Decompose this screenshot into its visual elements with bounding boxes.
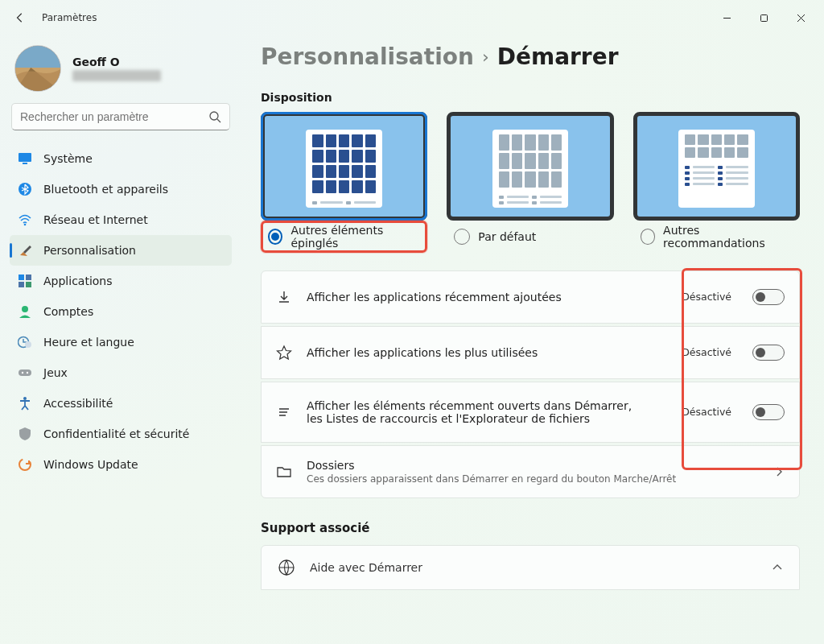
search-input[interactable] bbox=[11, 103, 230, 130]
accessibility-icon bbox=[18, 396, 32, 411]
svg-rect-0 bbox=[760, 14, 767, 21]
svg-point-13 bbox=[22, 306, 28, 312]
folder-icon bbox=[276, 464, 292, 480]
sidebar-item-label: Accessibilité bbox=[43, 397, 113, 410]
chevron-right-icon bbox=[773, 466, 785, 477]
setting-label: Afficher les applications récemment ajou… bbox=[307, 291, 667, 303]
toggle-state: Désactivé bbox=[682, 406, 731, 418]
sidebar-item-label: Bluetooth et appareils bbox=[43, 183, 168, 196]
sidebar-item-windows-update[interactable]: Windows Update bbox=[10, 449, 232, 480]
layout-option-label: Par défaut bbox=[478, 230, 536, 243]
support-item-label: Aide avec Démarrer bbox=[310, 561, 757, 574]
layout-option-more-pins[interactable]: Autres éléments épinglés bbox=[261, 112, 427, 253]
paintbrush-icon bbox=[18, 243, 32, 258]
download-icon bbox=[276, 289, 292, 305]
setting-recently-added[interactable]: Afficher les applications récemment ajou… bbox=[261, 270, 800, 324]
setting-folders[interactable]: Dossiers Ces dossiers apparaissent dans … bbox=[261, 445, 800, 498]
update-icon bbox=[18, 457, 32, 472]
setting-description: Ces dossiers apparaissent dans Démarrer … bbox=[307, 473, 759, 485]
star-icon bbox=[276, 345, 292, 361]
nav: Système Bluetooth et appareils Réseau et… bbox=[10, 143, 232, 480]
sidebar-item-accounts[interactable]: Comptes bbox=[10, 296, 232, 327]
gamepad-icon bbox=[18, 365, 32, 380]
svg-rect-16 bbox=[19, 369, 31, 376]
window-title: Paramètres bbox=[42, 12, 97, 23]
maximize-button[interactable] bbox=[745, 5, 782, 31]
svg-rect-12 bbox=[26, 282, 31, 287]
layout-option-default[interactable]: Par défaut bbox=[447, 112, 613, 253]
apps-icon bbox=[18, 274, 32, 288]
svg-point-4 bbox=[210, 112, 218, 120]
search-field[interactable] bbox=[20, 110, 208, 123]
sidebar-item-label: Réseau et Internet bbox=[43, 213, 148, 226]
setting-label: Afficher les éléments récemment ouverts … bbox=[307, 399, 645, 425]
breadcrumb: Personnalisation › Démarrer bbox=[261, 43, 800, 70]
bluetooth-icon bbox=[18, 182, 32, 196]
sidebar-item-label: Confidentialité et sécurité bbox=[43, 427, 189, 440]
sidebar-item-label: Jeux bbox=[43, 366, 68, 379]
toggle-state: Désactivé bbox=[682, 346, 731, 358]
layout-options: Autres éléments épinglés bbox=[261, 112, 800, 253]
setting-recent-items[interactable]: Afficher les éléments récemment ouverts … bbox=[261, 382, 800, 443]
sidebar-item-personalization[interactable]: Personnalisation bbox=[10, 235, 232, 266]
sidebar-item-label: Heure et langue bbox=[43, 336, 134, 349]
titlebar: Paramètres bbox=[0, 0, 824, 35]
section-heading-support: Support associé bbox=[261, 521, 800, 535]
sidebar-item-apps[interactable]: Applications bbox=[10, 266, 232, 296]
sidebar-item-gaming[interactable]: Jeux bbox=[10, 357, 232, 388]
setting-label: Dossiers bbox=[307, 459, 759, 472]
sidebar: Geoff O Système Bluetooth et appareils R… bbox=[0, 35, 241, 644]
sidebar-item-label: Comptes bbox=[43, 305, 93, 318]
sidebar-item-label: Personnalisation bbox=[43, 244, 136, 257]
sidebar-item-network[interactable]: Réseau et Internet bbox=[10, 204, 232, 235]
radio-icon[interactable] bbox=[268, 229, 282, 245]
svg-point-17 bbox=[22, 372, 23, 374]
globe-help-icon bbox=[278, 559, 295, 576]
sidebar-item-label: Système bbox=[43, 152, 93, 165]
list-icon bbox=[276, 404, 292, 420]
profile-email-redacted bbox=[72, 70, 161, 81]
profile[interactable]: Geoff O bbox=[10, 40, 232, 101]
layout-option-label: Autres recommandations bbox=[663, 224, 793, 250]
layout-option-label: Autres éléments épinglés bbox=[290, 224, 420, 250]
svg-rect-2 bbox=[15, 46, 60, 69]
layout-option-more-recommendations[interactable]: Autres recommandations bbox=[633, 112, 800, 253]
layout-thumb bbox=[633, 112, 800, 221]
radio-icon[interactable] bbox=[641, 229, 655, 245]
radio-icon[interactable] bbox=[454, 229, 470, 245]
svg-point-15 bbox=[25, 341, 31, 348]
sidebar-item-system[interactable]: Système bbox=[10, 143, 232, 174]
sidebar-item-time-language[interactable]: Heure et langue bbox=[10, 327, 232, 357]
breadcrumb-parent[interactable]: Personnalisation bbox=[261, 43, 474, 70]
svg-rect-6 bbox=[23, 163, 27, 164]
svg-point-19 bbox=[23, 397, 27, 400]
sidebar-item-label: Windows Update bbox=[43, 458, 138, 471]
section-heading-layout: Disposition bbox=[261, 91, 800, 104]
setting-most-used[interactable]: Afficher les applications les plus utili… bbox=[261, 326, 800, 379]
back-button[interactable] bbox=[14, 12, 26, 23]
svg-rect-5 bbox=[19, 153, 31, 162]
support-item-help-start[interactable]: Aide avec Démarrer bbox=[261, 545, 800, 590]
search-icon bbox=[208, 110, 221, 123]
minimize-button[interactable] bbox=[708, 5, 745, 31]
toggle-switch[interactable] bbox=[752, 345, 785, 361]
sidebar-item-bluetooth[interactable]: Bluetooth et appareils bbox=[10, 174, 232, 204]
chevron-up-icon bbox=[772, 562, 783, 573]
sidebar-item-privacy[interactable]: Confidentialité et sécurité bbox=[10, 419, 232, 449]
toggle-state: Désactivé bbox=[682, 291, 731, 303]
monitor-icon bbox=[18, 151, 32, 166]
layout-thumb bbox=[447, 112, 613, 221]
profile-name: Geoff O bbox=[72, 56, 161, 68]
svg-point-18 bbox=[27, 372, 28, 374]
sidebar-item-label: Applications bbox=[43, 275, 113, 287]
layout-thumb bbox=[261, 112, 427, 221]
svg-rect-9 bbox=[19, 275, 24, 280]
breadcrumb-current: Démarrer bbox=[497, 43, 619, 70]
toggle-switch[interactable] bbox=[752, 404, 785, 420]
sidebar-item-accessibility[interactable]: Accessibilité bbox=[10, 388, 232, 419]
toggle-switch[interactable] bbox=[752, 289, 785, 305]
svg-point-8 bbox=[24, 224, 27, 226]
wifi-icon bbox=[18, 213, 32, 227]
avatar bbox=[14, 45, 61, 92]
close-button[interactable] bbox=[782, 5, 819, 31]
